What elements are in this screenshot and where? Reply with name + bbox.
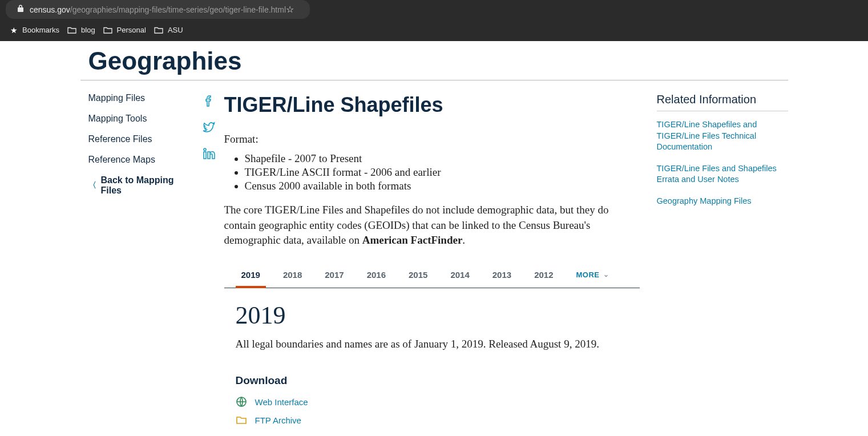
tab-2018[interactable]: 2018 [283,262,302,288]
nav-reference-files[interactable]: Reference Files [88,134,193,144]
folder-icon [103,26,112,34]
star-icon: ★ [10,26,18,35]
related-link[interactable]: Geography Mapping Files [657,196,788,207]
nav-mapping-tools[interactable]: Mapping Tools [88,114,193,124]
tab-2019[interactable]: 2019 [241,262,260,288]
tab-2016[interactable]: 2016 [367,262,386,288]
tab-2017[interactable]: 2017 [325,262,344,288]
nav-reference-maps[interactable]: Reference Maps [88,155,193,165]
related-heading: Related Information [657,93,788,111]
bookmarks-button[interactable]: ★ Bookmarks [10,26,59,35]
tab-2014[interactable]: 2014 [450,262,469,288]
bookmark-folder-blog[interactable]: blog [67,26,95,34]
format-item: TIGER/Line ASCII format - 2006 and earli… [245,166,640,179]
tab-2013[interactable]: 2013 [492,262,511,288]
related-link[interactable]: TIGER/Line Files and Shapefiles Errata a… [657,163,788,185]
folder-icon [154,26,163,34]
left-nav: Mapping Files Mapping Tools Reference Fi… [80,93,193,433]
nav-mapping-files[interactable]: Mapping Files [88,93,193,103]
section-title: TIGER/Line Shapefiles [224,93,640,117]
bookmark-folder-personal[interactable]: Personal [103,26,146,34]
selected-year-heading: 2019 [224,301,640,330]
bookmarks-bar: ★ Bookmarks blog Personal ASU [0,19,868,41]
bookmark-folder-asu[interactable]: ASU [154,26,183,34]
download-heading: Download [224,374,640,387]
related-link[interactable]: TIGER/Line Shapefiles and TIGER/Line Fil… [657,119,788,153]
page-title: Geographies [80,41,788,80]
bookmark-star-icon[interactable]: ☆ [286,4,298,15]
social-share [193,93,224,433]
svg-point-1 [204,148,206,151]
format-item: Shapefile - 2007 to Present [245,152,640,165]
facebook-icon[interactable] [202,94,216,108]
tab-2015[interactable]: 2015 [409,262,427,288]
year-tabs: 2019 2018 2017 2016 2015 2014 2013 2012 … [224,262,640,288]
chevron-down-icon: ⌄ [603,271,609,278]
url-bar[interactable]: census.gov/geographies/mapping-files/tim… [6,0,310,19]
format-label: Format: [224,133,640,146]
chevron-left-icon: 〈 [88,180,96,191]
tab-2012[interactable]: 2012 [534,262,553,288]
main-content: TIGER/Line Shapefiles Format: Shapefile … [224,93,653,433]
bookmarks-label: Bookmarks [22,26,59,34]
more-button[interactable]: MORE ⌄ [576,263,609,287]
download-web-interface[interactable]: Web Interface [224,396,640,407]
description: The core TIGER/Line Files and Shapefiles… [224,203,640,248]
lock-icon [17,5,24,14]
year-description: All legal boundaries and names are as of… [224,337,640,352]
url-text: census.gov/geographies/mapping-files/tim… [30,5,286,14]
globe-icon [236,396,247,407]
linkedin-icon[interactable] [202,147,216,160]
back-link[interactable]: 〈 Back to Mapping Files [88,175,193,196]
twitter-icon[interactable] [202,120,216,134]
svg-rect-0 [204,152,206,159]
download-ftp-archive[interactable]: FTP Archive [224,414,640,426]
related-info: Related Information TIGER/Line Shapefile… [653,93,788,433]
format-item: Census 2000 available in both formats [245,180,640,192]
folder-icon [236,414,247,426]
format-list: Shapefile - 2007 to Present TIGER/Line A… [224,152,640,192]
folder-icon [67,26,76,34]
